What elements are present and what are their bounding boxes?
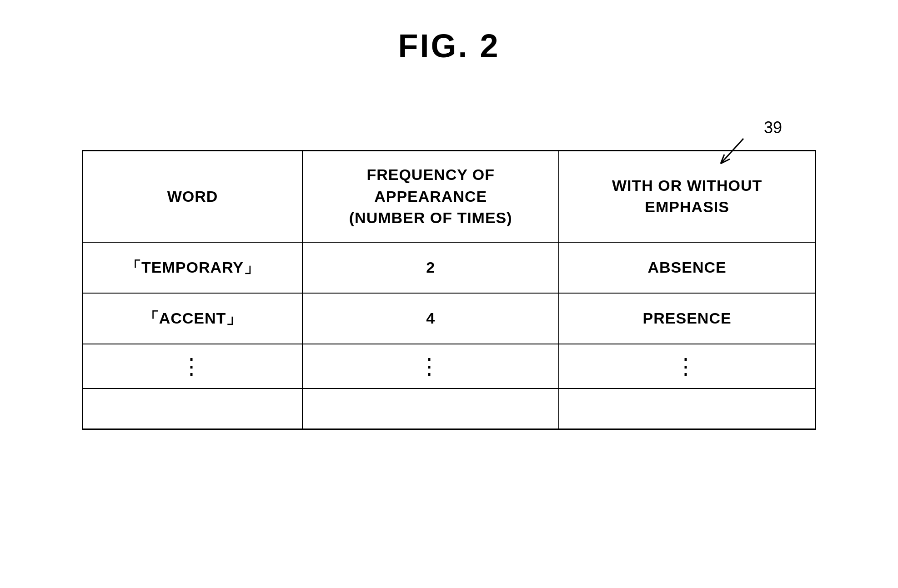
cell-freq-4 xyxy=(302,389,559,429)
data-table-wrapper: WORD FREQUENCY OF APPEARANCE(NUMBER OF T… xyxy=(82,150,816,430)
cell-emphasis-1: ABSENCE xyxy=(559,242,815,293)
table-row: ⋮ ⋮ ⋮ xyxy=(83,344,816,389)
cell-freq-2: 4 xyxy=(302,293,559,344)
cell-emphasis-2: PRESENCE xyxy=(559,293,815,344)
header-frequency: FREQUENCY OF APPEARANCE(NUMBER OF TIMES) xyxy=(302,151,559,242)
cell-word-4 xyxy=(83,389,303,429)
table-header-row: WORD FREQUENCY OF APPEARANCE(NUMBER OF T… xyxy=(83,151,816,242)
page-title: FIG. 2 xyxy=(0,0,898,65)
table-row: 「TEMPORARY」 2 ABSENCE xyxy=(83,242,816,293)
data-table: WORD FREQUENCY OF APPEARANCE(NUMBER OF T… xyxy=(82,150,816,430)
header-emphasis: WITH OR WITHOUTEMPHASIS xyxy=(559,151,815,242)
table-row xyxy=(83,389,816,429)
reference-number: 39 xyxy=(764,118,782,137)
cell-word-3: ⋮ xyxy=(83,344,303,389)
cell-word-2: 「ACCENT」 xyxy=(83,293,303,344)
cell-emphasis-3: ⋮ xyxy=(559,344,815,389)
cell-emphasis-4 xyxy=(559,389,815,429)
cell-freq-3: ⋮ xyxy=(302,344,559,389)
cell-freq-1: 2 xyxy=(302,242,559,293)
header-word: WORD xyxy=(83,151,303,242)
table-row: 「ACCENT」 4 PRESENCE xyxy=(83,293,816,344)
cell-word-1: 「TEMPORARY」 xyxy=(83,242,303,293)
